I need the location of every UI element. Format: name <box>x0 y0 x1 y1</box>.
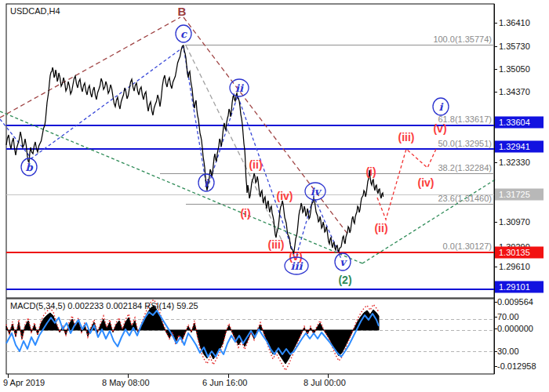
price-axis-box-label: 1.30135 <box>499 248 530 257</box>
elliott-wave-label-red: (i) <box>365 165 376 178</box>
elliott-wave-label-blue: c <box>180 28 187 40</box>
macd-header-label: MACD(5,34,5) 0.002233 0.002184 RSI(14) 5… <box>10 301 198 310</box>
macd-axis-label: 70.00 <box>497 312 519 321</box>
fib-label: 0.0(1.30127) <box>443 241 492 251</box>
fib-label: 100.0(1.35774) <box>433 34 492 44</box>
price-axis-label: 1.34370 <box>499 87 530 96</box>
elliott-wave-label-B: B <box>178 5 187 18</box>
elliott-wave-label-red: (iii) <box>398 131 415 143</box>
price-axis-box-label: 1.29101 <box>499 282 530 292</box>
price-axis-box-label: 1.33604 <box>499 118 530 127</box>
price-axis: 1.364101.357301.350501.343701.323301.309… <box>494 4 544 374</box>
price-axis-box-label: 1.31725 <box>499 190 530 199</box>
main-plot-area[interactable] <box>6 4 494 298</box>
chart-canvas[interactable]: 100.0(1.35774)61.8(1.33617)50.0(1.32951)… <box>0 0 549 392</box>
time-axis-label: 6 Jun 16:00 <box>202 378 248 387</box>
elliott-wave-label-red: (ii) <box>249 158 262 171</box>
macd-axis-label: 30.00 <box>497 347 519 356</box>
elliott-wave-label-blue: b <box>25 162 33 173</box>
elliott-wave-label-red: (i) <box>240 207 250 220</box>
elliott-wave-label-red: (iv) <box>418 176 434 189</box>
time-axis: 9 Apr 20198 May 08:006 Jun 16:008 Jul 00… <box>3 374 346 387</box>
price-axis-label: 1.29610 <box>499 262 530 271</box>
elliott-wave-label-red: (iv) <box>277 190 293 202</box>
elliott-wave-label-green: (2) <box>338 274 351 286</box>
price-axis-label: 1.35730 <box>499 42 530 51</box>
time-axis-label: 8 Jul 00:00 <box>304 378 346 387</box>
macd-axis-label: 0.000000 <box>497 324 533 333</box>
symbol-period-label: USDCAD,H4 <box>10 6 60 16</box>
elliott-wave-label-red: (v) <box>433 122 446 135</box>
macd-axis-label: -0.012958 <box>497 361 536 371</box>
fib-label: 50.0(1.32951) <box>438 139 493 148</box>
macd-axis-label: 0.009564 <box>497 297 533 307</box>
price-axis-label: 1.35050 <box>499 64 530 74</box>
trading-chart-window: 100.0(1.35774)61.8(1.33617)50.0(1.32951)… <box>0 0 549 392</box>
time-axis-label: 8 May 08:00 <box>102 378 150 387</box>
elliott-wave-label-red: (ii) <box>374 222 387 234</box>
price-axis-box-label: 1.32941 <box>499 142 530 151</box>
elliott-wave-label-blue: iii <box>291 260 304 272</box>
price-axis-label: 1.36410 <box>499 18 530 27</box>
elliott-wave-label-red: (iii) <box>268 238 285 251</box>
price-axis-label: 1.30970 <box>499 217 530 227</box>
price-axis-label: 1.32330 <box>499 158 530 167</box>
time-axis-label: 9 Apr 2019 <box>3 378 45 387</box>
fib-label: 23.6(1.31460) <box>438 194 493 203</box>
elliott-wave-label-blue: ii <box>235 82 244 94</box>
fib-label: 38.2(1.32284) <box>438 163 493 172</box>
